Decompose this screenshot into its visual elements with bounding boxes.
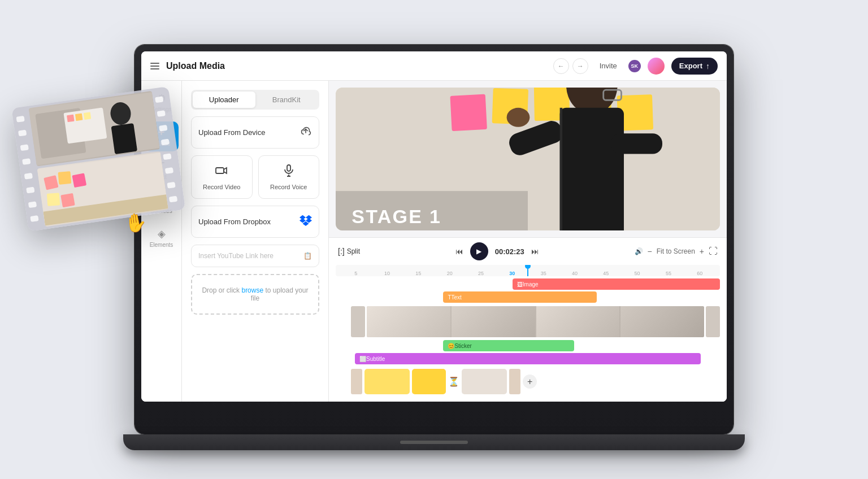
fullscreen-icon[interactable]: ⛶ xyxy=(709,246,718,256)
add-clip-button[interactable]: + xyxy=(523,375,537,389)
image-icon: 🖼 xyxy=(517,281,523,288)
video-preview-background: STAGE 1 RESEARCH xyxy=(336,88,720,230)
user-avatar xyxy=(648,58,665,75)
header-left: Upload Media xyxy=(150,61,225,71)
svg-rect-5 xyxy=(67,115,75,123)
microphone-icon xyxy=(282,164,296,180)
timeline-left-controls: [:] Split xyxy=(338,247,360,256)
time-display: 00:02:23 xyxy=(495,247,524,256)
invite-button[interactable]: Invite xyxy=(595,62,622,70)
track-subtitle: ⬜ Subtitle xyxy=(336,353,720,364)
app-header: Upload Media ← → Invite SK Expor xyxy=(141,51,727,81)
youtube-placeholder: Insert YouTube Link here xyxy=(198,252,274,260)
skip-forward-icon[interactable]: ⏭ xyxy=(531,247,539,256)
record-voice-label: Record Voice xyxy=(270,184,307,190)
svg-rect-30 xyxy=(560,108,563,230)
play-button[interactable]: ▶ xyxy=(470,242,488,260)
thumb-2 xyxy=(452,306,535,337)
header-right: ← → Invite SK Export ↑ xyxy=(553,58,718,75)
split-label: Split xyxy=(347,247,360,255)
track-sticker: 😊 Sticker xyxy=(336,340,720,351)
laptop-base xyxy=(123,434,745,450)
track-text: T Text xyxy=(336,291,720,303)
thumb-handle-right[interactable] xyxy=(706,306,720,337)
clip-3[interactable] xyxy=(462,369,507,394)
back-arrow[interactable]: ← xyxy=(553,58,569,74)
playhead[interactable] xyxy=(527,265,528,276)
svg-rect-16 xyxy=(287,165,290,171)
svg-rect-6 xyxy=(75,114,83,121)
preview-area: STAGE 1 RESEARCH [:] xyxy=(329,81,727,402)
export-button[interactable]: Export ↑ xyxy=(671,58,718,75)
dropbox-icon xyxy=(300,214,312,229)
thumb-1 xyxy=(367,306,450,337)
split-button[interactable]: [:] Split xyxy=(338,247,360,256)
timeline-area: [:] Split ⏮ ▶ 00:02:23 ⏭ xyxy=(329,237,727,402)
svg-rect-11 xyxy=(72,173,86,188)
hamburger-menu-icon[interactable] xyxy=(150,63,159,69)
clipboard-icon: 📋 xyxy=(303,252,312,260)
preview-scene-svg: STAGE 1 RESEARCH xyxy=(336,88,720,230)
svg-rect-13 xyxy=(60,193,75,207)
export-upload-icon: ↑ xyxy=(706,62,710,71)
svg-rect-28 xyxy=(611,133,662,154)
image-track-bar[interactable]: 🖼 Image xyxy=(513,278,720,290)
zoom-in-icon[interactable]: + xyxy=(700,247,704,256)
timeline-center-controls: ⏮ ▶ 00:02:23 ⏭ xyxy=(455,242,539,260)
svg-rect-26 xyxy=(560,108,624,230)
youtube-link-input[interactable]: Insert YouTube Link here 📋 xyxy=(191,245,319,267)
thumb-3 xyxy=(536,306,620,337)
svg-rect-10 xyxy=(58,171,71,185)
svg-rect-12 xyxy=(47,193,60,206)
svg-rect-19 xyxy=(450,94,487,132)
sticker-icon: 😊 xyxy=(448,343,454,349)
tab-brandkit[interactable]: BrandKit xyxy=(255,92,318,108)
volume-icon[interactable]: 🔊 xyxy=(635,247,643,255)
video-preview: STAGE 1 RESEARCH xyxy=(336,88,720,230)
text-track-bar[interactable]: T Text xyxy=(443,291,597,303)
svg-rect-7 xyxy=(84,112,92,120)
film-frames xyxy=(28,89,168,229)
svg-text:STAGE 1: STAGE 1 xyxy=(351,206,441,227)
drop-zone[interactable]: Drop or click browse to upload your file xyxy=(191,274,319,315)
media-clips-row: ⏳ + xyxy=(336,366,720,397)
subtitle-track-bar[interactable]: ⬜ Subtitle xyxy=(355,353,701,364)
clip-1[interactable] xyxy=(364,369,410,394)
clip-separator: ⏳ xyxy=(448,369,459,394)
sticker-track-bar[interactable]: 😊 Sticker xyxy=(443,340,574,351)
video-strip xyxy=(367,306,704,337)
svg-rect-3 xyxy=(111,123,138,154)
video-thumbnails xyxy=(351,306,720,337)
zoom-out-icon[interactable]: − xyxy=(648,247,652,256)
thumb-handle-left[interactable] xyxy=(351,306,365,337)
tracks: 🖼 Image T Text xyxy=(336,278,720,397)
clip-2[interactable] xyxy=(412,369,446,394)
upload-cloud-icon xyxy=(300,125,312,140)
record-voice-button[interactable]: Record Voice xyxy=(258,155,320,199)
clip-handle-left[interactable] xyxy=(351,369,362,394)
page-title: Upload Media xyxy=(166,61,225,71)
browse-link[interactable]: browse xyxy=(241,286,263,294)
split-icon: [:] xyxy=(338,247,345,256)
film-strip-overlay: ✋ xyxy=(11,79,246,265)
subtitle-icon: ⬜ xyxy=(359,356,366,362)
clip-handle-right[interactable] xyxy=(509,369,520,394)
timeline-right-controls: 🔊 − Fit to Screen + ⛶ xyxy=(635,246,718,256)
svg-point-29 xyxy=(507,108,530,127)
grab-cursor-icon: ✋ xyxy=(123,211,149,235)
drop-text: Drop or click xyxy=(202,286,241,294)
thumb-4 xyxy=(620,306,704,337)
nav-arrows: ← → xyxy=(553,58,588,74)
time-ruler: 5 10 15 20 25 30 35 40 45 50 xyxy=(336,265,720,276)
track-video xyxy=(336,304,720,338)
user-avatar-badge: SK xyxy=(628,60,641,72)
skip-back-icon[interactable]: ⏮ xyxy=(455,247,463,256)
forward-arrow[interactable]: → xyxy=(572,58,588,74)
timeline-controls: [:] Split ⏮ ▶ 00:02:23 ⏭ xyxy=(336,242,720,260)
track-image: 🖼 Image xyxy=(336,278,720,290)
fit-to-screen-label: Fit to Screen xyxy=(657,247,695,255)
